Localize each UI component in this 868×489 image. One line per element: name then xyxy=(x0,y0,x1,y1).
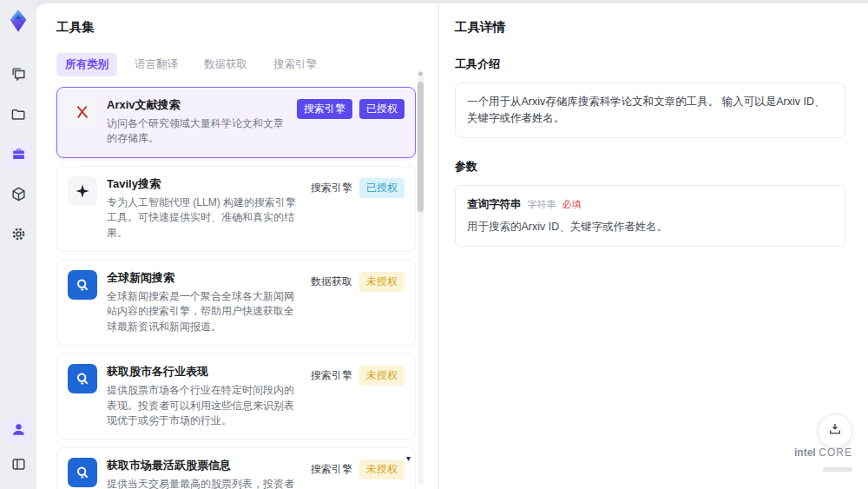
download-button[interactable] xyxy=(818,413,852,448)
download-icon xyxy=(827,421,843,440)
search-blue-icon xyxy=(68,364,97,393)
intro-section-title: 工具介绍 xyxy=(455,56,845,72)
brand-core: core xyxy=(819,446,852,459)
gear-icon xyxy=(10,226,27,246)
tool-name: 全球新闻搜索 xyxy=(107,270,304,286)
scrollbar-top-cap xyxy=(418,72,423,76)
tool-auth-badge: 未授权 xyxy=(359,272,404,292)
sidebar-item-collapse[interactable] xyxy=(5,453,31,479)
intel-core-logo: intel core xyxy=(794,444,852,475)
tool-auth-badge: 未授权 xyxy=(359,459,404,479)
sidebar-item-files[interactable] xyxy=(5,102,31,129)
tab-语言翻译[interactable]: 语言翻译 xyxy=(126,53,187,76)
tool-list-item[interactable]: 获取股市各行业表现 提供股票市场各个行业在特定时间段内的表现。投资者可以利用这些… xyxy=(56,354,416,439)
tool-auth-badge: 已授权 xyxy=(359,99,404,119)
tool-detail-panel: 工具详情 工具介绍 一个用于从Arxiv存储库搜索科学论文和文章的工具。 输入可… xyxy=(438,3,868,489)
tab-数据获取[interactable]: 数据获取 xyxy=(195,53,256,76)
tool-list: Arxiv文献搜索 访问各个研究领域大量科学论文和文章的存储库。 搜索引擎 已授… xyxy=(56,87,416,489)
list-scrollbar[interactable] xyxy=(418,69,424,485)
chat-icon xyxy=(10,66,27,86)
panel-icon xyxy=(10,456,27,476)
tool-description: 专为人工智能代理 (LLM) 构建的搜索引擎工具。可快速提供实时、准确和真实的结… xyxy=(107,195,304,241)
intro-text: 一个用于从Arxiv存储库搜索科学论文和文章的工具。 输入可以是Arxiv ID… xyxy=(455,83,845,138)
main-content: 工具集 所有类别语言翻译数据获取搜索引擎 Arxiv文献搜索 访问各个研究领域大… xyxy=(36,3,868,489)
detail-title: 工具详情 xyxy=(455,19,845,36)
toolbox-icon xyxy=(10,146,27,166)
category-tabs: 所有类别语言翻译数据获取搜索引擎 xyxy=(56,53,416,76)
tab-搜索引擎[interactable]: 搜索引擎 xyxy=(265,53,326,76)
tool-category-badge: 搜索引擎 xyxy=(311,368,352,383)
scroll-down-indicator: ▾ xyxy=(406,453,411,463)
sidebar-item-tools[interactable] xyxy=(5,142,31,169)
tool-list-panel: 工具集 所有类别语言翻译数据获取搜索引擎 Arxiv文献搜索 访问各个研究领域大… xyxy=(36,3,438,489)
search-blue-icon xyxy=(68,458,97,487)
tab-所有类别[interactable]: 所有类别 xyxy=(56,53,117,76)
sidebar-item-chat[interactable] xyxy=(5,63,31,89)
tool-list-item[interactable]: Tavily搜索 专为人工智能代理 (LLM) 构建的搜索引擎工具。可快速提供实… xyxy=(56,166,416,252)
tool-name: Tavily搜索 xyxy=(107,176,304,192)
brand-intel: intel xyxy=(794,446,816,459)
left-sidebar xyxy=(0,0,36,489)
tool-name: 获取市场最活跃股票信息 xyxy=(107,458,304,473)
param-name: 查询字符串 xyxy=(467,196,522,213)
param-card: 查询字符串 字符串 必填 用于搜索的Arxiv ID、关键字或作者姓名。 xyxy=(455,185,845,248)
tool-description: 提供股票市场各个行业在特定时间段内的表现。投资者可以利用这些信息来识别表现优于或… xyxy=(107,383,304,428)
tool-description: 访问各个研究领域大量科学论文和文章的存储库。 xyxy=(107,116,290,147)
sidebar-item-account[interactable] xyxy=(5,418,31,444)
tool-name: Arxiv文献搜索 xyxy=(107,97,290,113)
param-description: 用于搜索的Arxiv ID、关键字或作者姓名。 xyxy=(467,219,833,235)
cube-icon xyxy=(10,186,27,206)
tool-description: 全球新闻搜索是一个聚合全球各大新闻网站内容的搜索引擎，帮助用户快速获取全球最新资… xyxy=(107,289,304,334)
app-logo-icon xyxy=(6,9,30,33)
param-type: 字符串 xyxy=(528,197,556,212)
scrollbar-thumb[interactable] xyxy=(418,82,424,212)
sidebar-item-settings[interactable] xyxy=(5,222,31,248)
brand-watermark xyxy=(823,467,852,472)
tool-category-badge: 搜索引擎 xyxy=(297,99,352,119)
sparkle-icon xyxy=(68,176,97,206)
search-blue-icon xyxy=(68,270,97,300)
user-icon xyxy=(10,421,27,441)
tool-description: 提供当天交易量最高的股票列表，投资者可以利用这些信息来识别流动性强的股票和潜在的… xyxy=(107,477,304,489)
app-window: 工具集 所有类别语言翻译数据获取搜索引擎 Arxiv文献搜索 访问各个研究领域大… xyxy=(0,0,868,489)
tool-auth-badge: 未授权 xyxy=(359,366,404,386)
tool-list-item[interactable]: 获取市场最活跃股票信息 提供当天交易量最高的股票列表，投资者可以利用这些信息来识… xyxy=(56,447,416,489)
tool-list-item[interactable]: Arxiv文献搜索 访问各个研究领域大量科学论文和文章的存储库。 搜索引擎 已授… xyxy=(56,87,416,158)
sidebar-item-models[interactable] xyxy=(5,182,31,208)
arxiv-icon xyxy=(68,97,97,127)
folder-icon xyxy=(10,106,27,126)
tool-category-badge: 数据获取 xyxy=(311,274,352,289)
tool-auth-badge: 已授权 xyxy=(359,178,404,198)
page-title: 工具集 xyxy=(56,19,416,36)
tool-name: 获取股市各行业表现 xyxy=(107,364,304,380)
tool-category-badge: 搜索引擎 xyxy=(311,181,352,195)
params-section-title: 参数 xyxy=(455,159,845,175)
tool-list-item[interactable]: 全球新闻搜索 全球新闻搜索是一个聚合全球各大新闻网站内容的搜索引擎，帮助用户快速… xyxy=(56,260,416,346)
tool-category-badge: 搜索引擎 xyxy=(311,462,352,477)
param-required-badge: 必填 xyxy=(562,197,582,212)
